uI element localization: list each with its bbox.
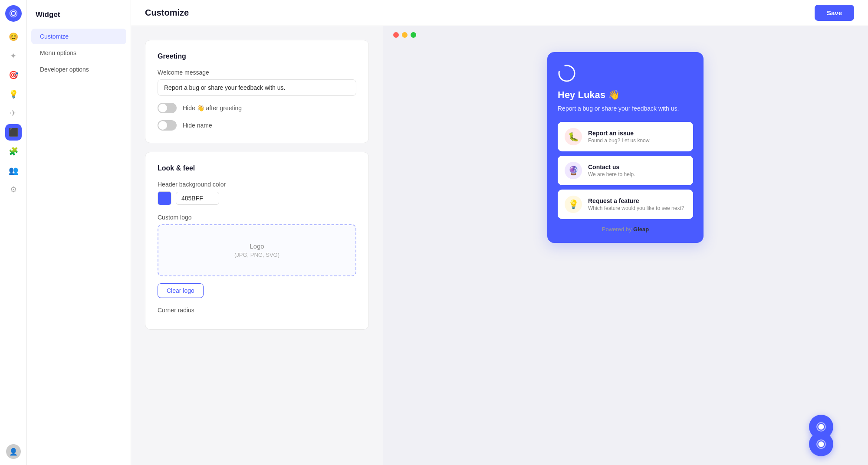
welcome-message-label: Welcome message [158, 69, 356, 76]
main-content: Customize Save Greeting Welcome message … [131, 0, 868, 465]
widget-message: Report a bug or share your feedback with… [558, 104, 693, 113]
welcome-message-input[interactable] [158, 79, 356, 96]
menu-item-1[interactable]: 🔮 Contact us We are here to help. [558, 156, 693, 185]
look-feel-title: Look & feel [158, 164, 356, 172]
window-controls [393, 32, 416, 38]
user-avatar[interactable]: 👤 [5, 443, 22, 460]
sidebar-icon-star[interactable]: ✦ [5, 48, 22, 64]
sidebar-icon-people[interactable]: 👥 [5, 162, 22, 179]
menu-item-text-1: Contact us We are here to help. [588, 164, 635, 177]
app-logo[interactable] [5, 5, 22, 22]
sidebar-icon-bulb[interactable]: 💡 [5, 86, 22, 102]
hide-wave-label: Hide 👋 after greeting [183, 105, 242, 111]
header-bg-label: Header background color [158, 181, 356, 188]
hide-wave-toggle[interactable] [158, 103, 177, 113]
clear-logo-button[interactable]: Clear logo [158, 283, 204, 298]
custom-logo-label: Custom logo [158, 214, 356, 221]
menu-item-text-0: Report an issue Found a bug? Let us know… [588, 130, 651, 144]
widget-fab-bottom[interactable] [809, 432, 833, 456]
content-area: Greeting Welcome message Hide 👋 after gr… [131, 26, 868, 465]
nav-item-customize[interactable]: Customize [31, 29, 126, 44]
widget-greeting: Hey Lukas 👋 [558, 89, 693, 101]
hide-wave-row: Hide 👋 after greeting [158, 103, 356, 113]
logo-upload-title: Logo [176, 242, 338, 250]
icon-sidebar: 😊 ✦ 🎯 💡 ✈ ⬛ 🧩 👥 ⚙ 👤 [0, 0, 27, 465]
color-picker-row [158, 191, 356, 205]
sidebar-icon-target[interactable]: 🎯 [5, 67, 22, 83]
window-minimize-dot[interactable] [402, 32, 408, 38]
menu-item-sub-2: Which feature would you like to see next… [588, 205, 684, 211]
logo-upload-area[interactable]: Logo (JPG, PNG, SVG) [158, 224, 356, 276]
widget-logo [558, 64, 576, 82]
powered-brand: Gleap [633, 226, 649, 232]
color-swatch[interactable] [158, 191, 171, 205]
menu-item-0[interactable]: 🐛 Report an issue Found a bug? Let us kn… [558, 122, 693, 151]
widget-card: Hey Lukas 👋 Report a bug or share your f… [547, 52, 704, 243]
page-title: Customize [145, 8, 189, 18]
greeting-card: Greeting Welcome message Hide 👋 after gr… [145, 40, 369, 143]
settings-panel: Greeting Welcome message Hide 👋 after gr… [131, 26, 383, 465]
sidebar-icon-widget[interactable]: ⬛ [5, 124, 22, 141]
menu-item-text-2: Request a feature Which feature would yo… [588, 197, 684, 211]
menu-item-title-2: Request a feature [588, 197, 684, 204]
window-maximize-dot[interactable] [411, 32, 416, 38]
powered-by: Powered by Gleap [558, 226, 693, 232]
menu-item-sub-0: Found a bug? Let us know. [588, 138, 651, 144]
color-input[interactable] [176, 192, 219, 205]
menu-item-title-1: Contact us [588, 164, 635, 170]
save-button[interactable]: Save [815, 5, 854, 21]
nav-sidebar-title: Widget [27, 10, 131, 28]
hide-name-toggle[interactable] [158, 120, 177, 131]
svg-point-0 [559, 65, 575, 81]
hide-name-label: Hide name [183, 122, 212, 129]
menu-item-title-0: Report an issue [588, 130, 651, 137]
sidebar-icon-puzzle[interactable]: 🧩 [5, 143, 22, 160]
nav-sidebar: Widget Customize Menu options Developer … [27, 0, 131, 465]
menu-item-icon-1: 🔮 [565, 162, 582, 179]
preview-panel: Hey Lukas 👋 Report a bug or share your f… [383, 26, 868, 465]
menu-item-2[interactable]: 💡 Request a feature Which feature would … [558, 190, 693, 219]
nav-item-menu-options[interactable]: Menu options [31, 45, 126, 61]
sidebar-icon-gear[interactable]: ⚙ [5, 181, 22, 198]
nav-item-developer-options[interactable]: Developer options [31, 62, 126, 77]
widget-preview: Hey Lukas 👋 Report a bug or share your f… [547, 52, 704, 243]
logo-upload-sub: (JPG, PNG, SVG) [176, 252, 338, 258]
hide-name-row: Hide name [158, 120, 356, 131]
greeting-card-title: Greeting [158, 52, 356, 60]
top-bar: Customize Save [131, 0, 868, 26]
sidebar-icon-smiley[interactable]: 😊 [5, 29, 22, 45]
sidebar-icon-send[interactable]: ✈ [5, 105, 22, 121]
look-feel-card: Look & feel Header background color Cust… [145, 152, 369, 330]
menu-item-sub-1: We are here to help. [588, 171, 635, 177]
menu-item-icon-2: 💡 [565, 196, 582, 213]
window-close-dot[interactable] [393, 32, 399, 38]
menu-item-icon-0: 🐛 [565, 128, 582, 145]
corner-radius-label: Corner radius [158, 307, 356, 314]
